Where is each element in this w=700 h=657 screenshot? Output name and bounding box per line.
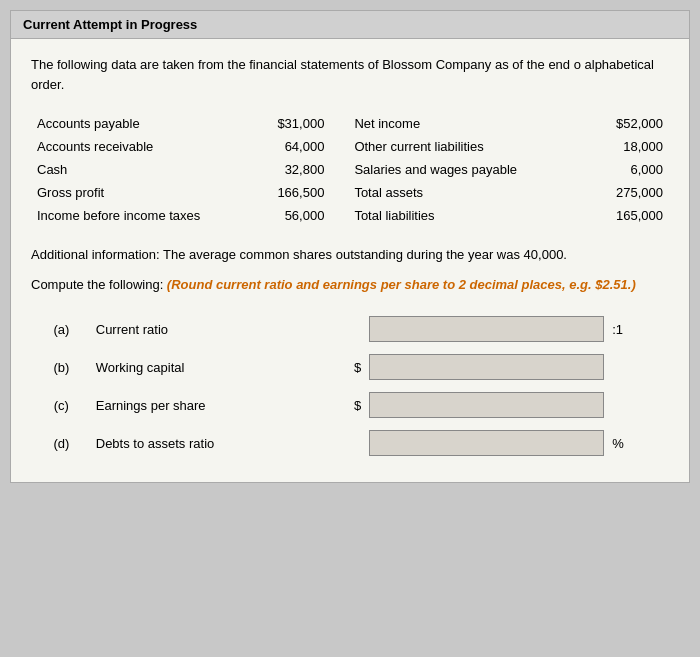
q-input-cell-2 <box>365 386 608 424</box>
q-input-cell-1 <box>365 348 608 386</box>
q-suffix-0: :1 <box>608 310 669 348</box>
left-amount: $31,000 <box>255 112 345 135</box>
question-row: (d) Debts to assets ratio % <box>31 424 669 462</box>
q-letter-1: (b) <box>31 348 92 386</box>
q-letter-3: (d) <box>31 424 92 462</box>
right-amount: 275,000 <box>579 181 669 204</box>
q-prefix-2: $ <box>335 386 365 424</box>
q-letter-0: (a) <box>31 310 92 348</box>
q-prefix-3 <box>335 424 365 462</box>
left-label: Income before income taxes <box>31 204 255 227</box>
right-amount: 6,000 <box>579 158 669 181</box>
q-letter-2: (c) <box>31 386 92 424</box>
right-label: Other current liabilities <box>344 135 579 158</box>
q-suffix-3: % <box>608 424 669 462</box>
intro-text: The following data are taken from the fi… <box>31 55 669 94</box>
right-label: Salaries and wages payable <box>344 158 579 181</box>
left-amount: 166,500 <box>255 181 345 204</box>
right-label: Total liabilities <box>344 204 579 227</box>
additional-info: Additional information: The average comm… <box>31 245 669 265</box>
q-suffix-1 <box>608 348 669 386</box>
content-area: The following data are taken from the fi… <box>11 39 689 482</box>
q-label-2: Earnings per share <box>92 386 335 424</box>
left-label: Accounts receivable <box>31 135 255 158</box>
right-label: Net income <box>344 112 579 135</box>
outer-container: Current Attempt in Progress The followin… <box>10 10 690 483</box>
right-amount: 165,000 <box>579 204 669 227</box>
right-label: Total assets <box>344 181 579 204</box>
header-title: Current Attempt in Progress <box>23 17 197 32</box>
q-input-cell-0 <box>365 310 608 348</box>
compute-highlight: (Round current ratio and earnings per sh… <box>167 277 636 292</box>
compute-text: Compute the following: (Round current ra… <box>31 275 669 295</box>
table-row: Gross profit 166,500 Total assets 275,00… <box>31 181 669 204</box>
q-label-0: Current ratio <box>92 310 335 348</box>
left-label: Gross profit <box>31 181 255 204</box>
header-bar: Current Attempt in Progress <box>11 11 689 39</box>
table-row: Income before income taxes 56,000 Total … <box>31 204 669 227</box>
left-label: Accounts payable <box>31 112 255 135</box>
q-input-cell-3 <box>365 424 608 462</box>
q-label-3: Debts to assets ratio <box>92 424 335 462</box>
right-amount: $52,000 <box>579 112 669 135</box>
left-label: Cash <box>31 158 255 181</box>
q-input-2[interactable] <box>369 392 604 418</box>
question-row: (b) Working capital $ <box>31 348 669 386</box>
left-amount: 32,800 <box>255 158 345 181</box>
q-input-3[interactable] <box>369 430 604 456</box>
financial-data-table: Accounts payable $31,000 Net income $52,… <box>31 112 669 227</box>
q-prefix-1: $ <box>335 348 365 386</box>
q-label-1: Working capital <box>92 348 335 386</box>
question-row: (a) Current ratio :1 <box>31 310 669 348</box>
questions-table: (a) Current ratio :1 (b) Working capital… <box>31 310 669 462</box>
table-row: Accounts payable $31,000 Net income $52,… <box>31 112 669 135</box>
table-row: Accounts receivable 64,000 Other current… <box>31 135 669 158</box>
left-amount: 56,000 <box>255 204 345 227</box>
q-suffix-2 <box>608 386 669 424</box>
table-row: Cash 32,800 Salaries and wages payable 6… <box>31 158 669 181</box>
question-row: (c) Earnings per share $ <box>31 386 669 424</box>
q-input-0[interactable] <box>369 316 604 342</box>
q-input-1[interactable] <box>369 354 604 380</box>
left-amount: 64,000 <box>255 135 345 158</box>
right-amount: 18,000 <box>579 135 669 158</box>
q-prefix-0 <box>335 310 365 348</box>
compute-plain: Compute the following: <box>31 277 167 292</box>
